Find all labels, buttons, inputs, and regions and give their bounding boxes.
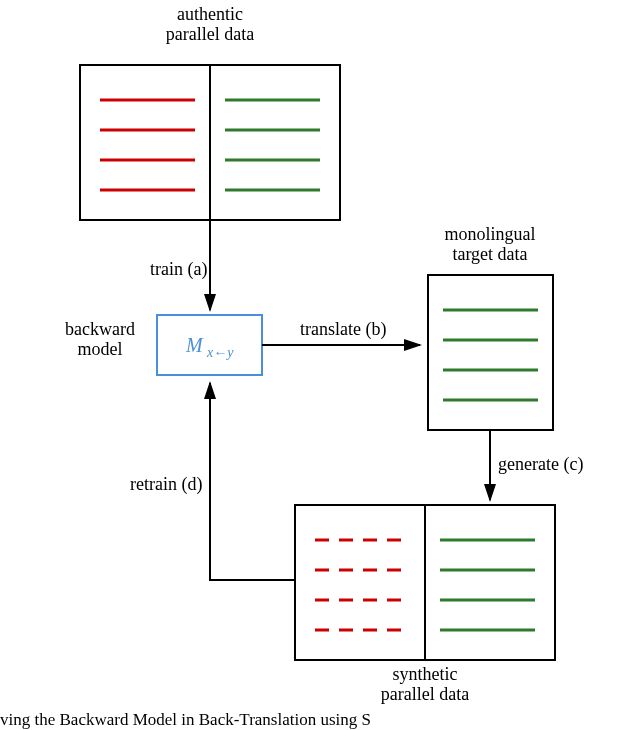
authentic-label-2: parallel data (166, 24, 254, 44)
mono-label-2: target data (452, 244, 527, 264)
diagram: authentic parallel data train (a) monoli… (0, 0, 620, 730)
svg-rect-10 (428, 275, 553, 430)
model-sub: x←y (206, 345, 234, 360)
translate-label: translate (b) (300, 319, 386, 340)
mono-data-box (428, 275, 553, 430)
authentic-data-box (80, 65, 340, 220)
train-label: train (a) (150, 259, 207, 280)
retrain-arrow (210, 383, 295, 580)
backward-label-2: model (78, 339, 123, 359)
synth-label-2: parallel data (381, 684, 469, 704)
synthetic-data-box (295, 505, 555, 660)
synth-label-1: synthetic (393, 664, 458, 684)
model-M: M (185, 334, 204, 356)
retrain-label: retrain (d) (130, 474, 202, 495)
authentic-label-1: authentic (177, 4, 243, 24)
generate-label: generate (c) (498, 454, 583, 475)
caption-fragment: ving the Backward Model in Back-Translat… (0, 710, 371, 729)
mono-label-1: monolingual (445, 224, 536, 244)
backward-label-1: backward (65, 319, 135, 339)
